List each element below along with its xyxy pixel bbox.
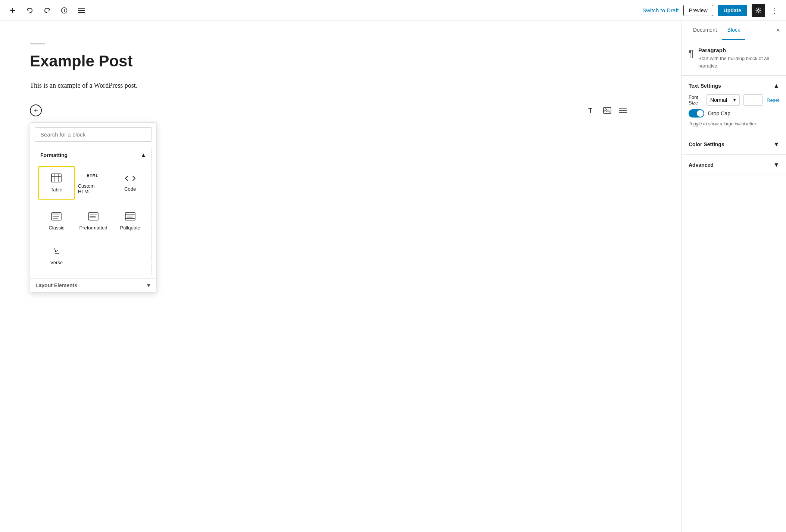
- topbar: i Switch to Draft Preview Update ⋮: [0, 0, 786, 21]
- add-block-topbar-button[interactable]: [6, 4, 19, 17]
- tab-block[interactable]: Block: [722, 21, 745, 40]
- block-info-text: Paragraph Start with the building block …: [698, 47, 779, 69]
- text-format-button[interactable]: T: [585, 104, 598, 118]
- redo-button[interactable]: [40, 4, 54, 17]
- color-settings-section[interactable]: Color Settings ▼: [682, 134, 786, 155]
- code-icon: [125, 174, 136, 184]
- block-item-preformatted[interactable]: Preformatted: [75, 207, 112, 236]
- block-item-code-label: Code: [124, 186, 136, 192]
- layout-elements-chevron-icon: ▼: [146, 282, 151, 288]
- drop-cap-description: Toggle to show a large initial letter.: [689, 121, 779, 127]
- sidebar-tabs: Document Block ×: [682, 21, 786, 40]
- paragraph-block-icon: ¶: [689, 48, 694, 59]
- block-inserter-popup: Formatting ▲: [30, 122, 157, 292]
- svg-rect-26: [125, 213, 135, 220]
- advanced-section[interactable]: Advanced ▼: [682, 155, 786, 175]
- svg-rect-12: [52, 174, 61, 182]
- more-options-button[interactable]: ⋮: [770, 4, 780, 16]
- preview-button[interactable]: Preview: [683, 5, 713, 16]
- block-info-description: Start with the building block of all nar…: [698, 55, 779, 69]
- block-grid-row2: Classic: [35, 206, 152, 240]
- block-item-table-label: Table: [51, 187, 62, 193]
- block-item-pullquote[interactable]: Pullquote: [112, 207, 149, 236]
- font-size-custom-input[interactable]: [743, 94, 763, 106]
- text-settings-section: Text Settings ▲ Font Size Small Normal M…: [682, 76, 786, 134]
- format-toolbar: T: [585, 104, 629, 118]
- block-item-verse[interactable]: Verse: [38, 242, 75, 270]
- text-settings-label: Text Settings: [689, 83, 721, 89]
- advanced-label: Advanced: [689, 162, 714, 168]
- settings-button[interactable]: [752, 4, 765, 17]
- image-format-button[interactable]: [601, 105, 614, 118]
- sidebar-close-button[interactable]: ×: [776, 26, 780, 34]
- color-settings-chevron-icon: ▼: [773, 141, 779, 148]
- custom-html-icon: HTML: [87, 171, 100, 181]
- layout-elements-label: Layout Elements: [35, 282, 77, 288]
- block-item-classic-label: Classic: [49, 225, 64, 231]
- undo-button[interactable]: [23, 4, 37, 17]
- color-settings-label: Color Settings: [689, 141, 724, 147]
- switch-to-draft-button[interactable]: Switch to Draft: [642, 7, 679, 13]
- list-format-button[interactable]: [617, 105, 629, 118]
- formatting-header[interactable]: Formatting ▲: [35, 148, 152, 162]
- main-layout: Example Post This is an example of a Wor…: [0, 21, 786, 532]
- text-settings-header[interactable]: Text Settings ▲: [689, 82, 779, 89]
- block-item-preformatted-label: Preformatted: [79, 225, 107, 231]
- block-item-verse-label: Verse: [50, 260, 63, 265]
- drop-cap-label: Drop Cap: [708, 110, 730, 116]
- add-block-button[interactable]: +: [30, 104, 42, 116]
- post-body: This is an example of a WordPress post.: [30, 82, 652, 90]
- preformatted-icon: [88, 212, 99, 223]
- block-item-table[interactable]: Table: [38, 166, 75, 200]
- block-info-title: Paragraph: [698, 47, 779, 53]
- formatting-label: Formatting: [40, 152, 68, 158]
- title-separator: [30, 43, 45, 44]
- topbar-right: Switch to Draft Preview Update ⋮: [642, 4, 780, 17]
- svg-point-5: [758, 9, 760, 11]
- svg-text:i: i: [64, 9, 65, 13]
- block-info: ¶ Paragraph Start with the building bloc…: [682, 40, 786, 76]
- svg-point-8: [605, 109, 606, 110]
- layout-elements-section[interactable]: Layout Elements ▼: [30, 278, 156, 292]
- drop-cap-toggle[interactable]: [689, 109, 704, 118]
- drop-cap-row: Drop Cap: [689, 109, 779, 118]
- advanced-chevron-icon: ▼: [773, 162, 779, 168]
- block-item-custom-html[interactable]: HTML Custom HTML: [75, 166, 112, 200]
- font-size-label: Font Size: [689, 94, 702, 106]
- topbar-left: i: [6, 4, 88, 17]
- font-size-row: Font Size Small Normal Medium Large Huge…: [689, 94, 779, 106]
- svg-text:T: T: [588, 107, 592, 114]
- search-block-input[interactable]: [35, 127, 152, 142]
- classic-icon: [51, 212, 62, 223]
- post-title: Example Post: [30, 52, 652, 71]
- svg-text:HTML: HTML: [87, 173, 98, 178]
- block-item-code[interactable]: Code: [112, 166, 149, 200]
- font-size-select-wrap: Small Normal Medium Large Huge ▼: [706, 94, 740, 106]
- block-grid-row1: Table HTML Custom HTML: [35, 162, 152, 206]
- font-size-reset-button[interactable]: Reset: [767, 97, 779, 103]
- font-size-select[interactable]: Small Normal Medium Large Huge: [706, 94, 740, 106]
- block-grid-row3: Verse: [35, 240, 152, 275]
- block-area: + T: [30, 104, 652, 116]
- list-view-button[interactable]: [75, 4, 88, 17]
- pullquote-icon: [125, 212, 135, 223]
- editor-area: Example Post This is an example of a Wor…: [0, 21, 681, 532]
- block-item-classic[interactable]: Classic: [38, 207, 75, 236]
- verse-icon: [52, 247, 60, 257]
- tab-document[interactable]: Document: [688, 21, 722, 40]
- toggle-knob: [697, 110, 704, 117]
- block-item-pullquote-label: Pullquote: [120, 225, 140, 231]
- sidebar: Document Block × ¶ Paragraph Start with …: [681, 21, 786, 532]
- svg-rect-19: [52, 213, 60, 215]
- table-icon: [51, 173, 62, 185]
- text-settings-chevron-icon: ▲: [773, 82, 779, 89]
- formatting-section: Formatting ▲: [35, 148, 152, 275]
- block-item-custom-html-label: Custom HTML: [78, 183, 109, 194]
- info-button[interactable]: i: [57, 4, 71, 17]
- update-button[interactable]: Update: [718, 5, 747, 16]
- formatting-chevron-icon: ▲: [140, 152, 146, 159]
